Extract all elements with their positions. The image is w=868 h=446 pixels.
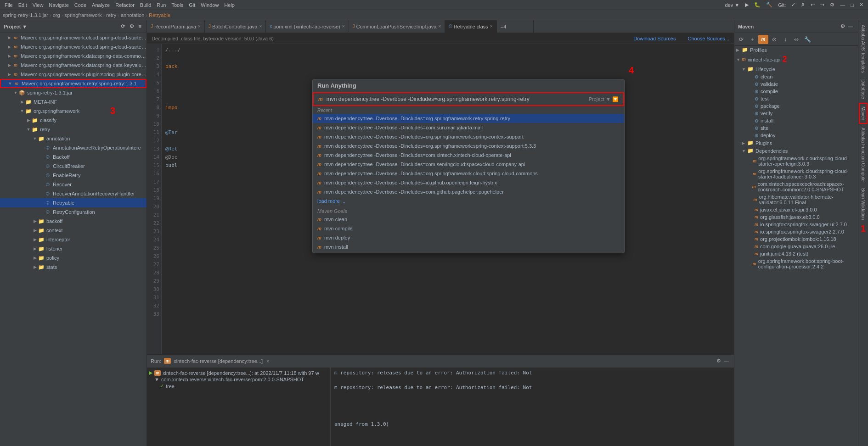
git-cross[interactable]: ✗ — [798, 2, 808, 8]
run-result-item[interactable]: m mvn dependency:tree -Dverbose -Dinclud… — [313, 132, 624, 141]
maven-dep-springboot-config[interactable]: m org.springframework.boot:spring-boot-c… — [734, 257, 858, 270]
minimize-button[interactable]: — — [837, 2, 848, 8]
run-button[interactable]: ▶ — [742, 2, 751, 8]
maven-lifecycle-verify[interactable]: ⚙ verify — [734, 110, 858, 117]
tree-item-interceptor[interactable]: ▶ 📁 interceptor — [0, 235, 147, 244]
menu-refactor[interactable]: Refactor — [113, 2, 137, 8]
run-result-item[interactable]: m mvn dependency:tree -Dverbose -Dinclud… — [313, 123, 624, 132]
tab-close[interactable]: × — [438, 24, 441, 29]
tree-item-backoff[interactable]: ▶ 📁 backoff — [0, 217, 147, 226]
sidebar-strip-bean-validation[interactable]: Bean Validation — [860, 185, 867, 223]
breadcrumb-retryable[interactable]: Retryable — [149, 12, 170, 18]
sidebar-strip-alibaba[interactable]: Alibaba AOS Templates — [860, 22, 867, 76]
tree-item-retry-folder[interactable]: ▼ 📁 retry — [0, 125, 147, 134]
breadcrumb-retry[interactable]: retry — [106, 12, 116, 18]
close-button[interactable]: ✕ — [857, 2, 866, 8]
choose-sources-link[interactable]: Choose Sources... — [688, 36, 730, 41]
menu-help[interactable]: Help — [221, 2, 237, 8]
tree-item-context[interactable]: ▶ 📁 context — [0, 226, 147, 235]
tree-item-maven-retry[interactable]: ▼ m Maven: org.springframework.retry:spr… — [0, 79, 147, 88]
tree-item-retryconfiguration[interactable]: © RetryConfiguration — [0, 207, 147, 217]
maven-lifecycle-validate[interactable]: ⚙ validate — [734, 80, 858, 88]
tree-item-annotation-aware[interactable]: © AnnotationAwareRetryOperationsInterc — [0, 143, 147, 152]
tab-batchcontroller[interactable]: J BatchController.java × — [205, 20, 266, 33]
maven-lifecycle-package[interactable]: ⚙ package — [734, 102, 858, 110]
tab-close[interactable]: × — [198, 24, 201, 29]
maven-lifecycle-install[interactable]: ⚙ install — [734, 117, 858, 124]
maven-expand-icon[interactable]: ⇔ — [791, 35, 801, 44]
maven-lifecycle-test[interactable]: ⚙ test — [734, 95, 858, 102]
menu-code[interactable]: Code — [72, 2, 89, 8]
menu-window[interactable]: Window — [198, 2, 221, 8]
tree-item-backoff-class[interactable]: © Backoff — [0, 152, 147, 162]
tab-close[interactable]: × — [490, 24, 493, 29]
sync-icon[interactable]: ⟳ — [119, 22, 126, 30]
maven-dep-lombok[interactable]: m org.projectlombok:lombok:1.16.18 — [734, 235, 858, 243]
sidebar-strip-maven[interactable]: Maven — [859, 103, 868, 124]
tab-recordparam[interactable]: J RecordParam.java × — [147, 20, 205, 33]
run-result-item[interactable]: m mvn dependency:tree -Dverbose -Dinclud… — [313, 141, 624, 151]
tab-close[interactable]: × — [342, 24, 345, 29]
breadcrumb-org[interactable]: org — [53, 12, 60, 18]
tree-item-maven-data-commons[interactable]: ▶ m Maven: org.springframework.data:spri… — [0, 51, 147, 61]
menu-analyze[interactable]: Analyze — [89, 2, 113, 8]
tree-item-maven-plugin-core[interactable]: ▶ m Maven: org.springframework.plugin:sp… — [0, 70, 147, 79]
breadcrumb-jar[interactable]: spring-retry-1.3.1.jar — [3, 12, 48, 18]
bottom-settings-icon[interactable]: ⚙ — [715, 357, 722, 365]
maven-close-icon[interactable]: — — [846, 23, 854, 30]
maven-dep-guava[interactable]: m com.google.guava:guava:26.0-jre — [734, 243, 858, 250]
maven-lifecycle-compile[interactable]: ⚙ compile — [734, 88, 858, 95]
maven-add-icon[interactable]: + — [747, 35, 757, 44]
collapse-icon[interactable]: ≡ — [137, 22, 143, 30]
tab-extra[interactable]: =4 — [497, 20, 534, 33]
bottom-minimize-icon[interactable]: — — [722, 357, 730, 365]
tree-item-maven-data-keyvalue[interactable]: ▶ m Maven: org.springframework.data:spri… — [0, 61, 147, 70]
redo-button[interactable]: ↪ — [817, 2, 827, 8]
tree-item-stats[interactable]: ▶ 📁 stats — [0, 262, 147, 272]
maven-project[interactable]: ▼ m xintech-fac-api 2 — [734, 54, 858, 65]
menu-run[interactable]: Run — [154, 2, 169, 8]
settings-panel-icon[interactable]: ⚙ — [128, 22, 135, 30]
run-goal-compile[interactable]: m mvn compile — [313, 224, 624, 233]
maven-dep-glassfish[interactable]: m org.glassfish:javax.el:3.0.0 — [734, 213, 858, 221]
maven-skip-tests-icon[interactable]: ⊘ — [769, 35, 779, 44]
project-selector[interactable]: Project ▼ 🔽 — [589, 96, 619, 102]
maven-wrench-icon[interactable]: 🔧 — [802, 35, 812, 44]
menu-file[interactable]: File — [2, 2, 16, 8]
maven-profiles[interactable]: ▶ 📁 Profiles — [734, 46, 858, 54]
maven-dependencies[interactable]: ▼ 📁 Dependencies — [734, 147, 858, 155]
maven-dep-hibernate[interactable]: m org.hibernate.validator:hibernate-vali… — [734, 193, 858, 206]
breadcrumb-springframework[interactable]: springframework — [64, 12, 101, 18]
tab-commonloan[interactable]: J CommonLoanPushServiceImpl.java × — [349, 20, 445, 33]
run-result-item[interactable]: m mvn dependency:tree -Dverbose -Dinclud… — [313, 160, 624, 169]
git-checkmark[interactable]: ✓ — [789, 2, 798, 8]
load-more-recent[interactable]: load more ... — [313, 196, 624, 206]
tree-item-retryable-selected[interactable]: © Retryable — [0, 198, 147, 207]
build-button[interactable]: 🔨 — [763, 2, 775, 8]
debug-button[interactable]: 🐛 — [751, 2, 763, 8]
menu-tools[interactable]: Tools — [169, 2, 186, 8]
tree-item-classify[interactable]: ▶ 📁 classify — [0, 116, 147, 125]
run-tab-x[interactable]: × — [266, 358, 269, 364]
tab-pomxml[interactable]: x pom.xml (xintech-fac-reverse) × — [266, 20, 349, 33]
download-sources-link[interactable]: Download Sources — [633, 36, 676, 41]
tree-item-recover-annotation[interactable]: © RecoverAnnotationRecoveryHandler — [0, 189, 147, 198]
tab-close[interactable]: × — [259, 24, 262, 29]
tree-item-circuitbreaker[interactable]: © CircuitBreaker — [0, 162, 147, 171]
sidebar-strip-function-compute[interactable]: Alibaba Function Compute — [860, 125, 867, 184]
dev-button[interactable]: dev ▼ — [722, 2, 743, 8]
maven-lifecycle[interactable]: ▼ 📁 Lifecycle — [734, 65, 858, 73]
maven-dep-spacex[interactable]: m com.xintech.spacexcockroach:spacex-coc… — [734, 180, 858, 193]
maven-lifecycle-site[interactable]: ⚙ site — [734, 124, 858, 132]
tree-item-jar[interactable]: ▼ 📦 spring-retry-1.3.1.jar — [0, 88, 147, 97]
menu-navigate[interactable]: Navigate — [46, 2, 71, 8]
tree-item-policy[interactable]: ▶ 📁 policy — [0, 253, 147, 262]
maven-dep-javax-el[interactable]: m javax.el:javax.el-api:3.0.0 — [734, 206, 858, 213]
menu-view[interactable]: View — [30, 2, 46, 8]
undo-button[interactable]: ↩ — [808, 2, 817, 8]
sidebar-strip-database[interactable]: Database — [860, 77, 867, 102]
run-tree-root[interactable]: ▶ m xintech-fac-reverse [dependency:tree… — [147, 369, 330, 376]
load-more-goals[interactable]: load more ... — [313, 251, 624, 253]
tree-item-maven-spring-cloud[interactable]: ▶ m Maven: org.springframework.cloud:spr… — [0, 33, 147, 42]
tree-item-annotation-folder[interactable]: ▼ 📁 annotation — [0, 134, 147, 143]
